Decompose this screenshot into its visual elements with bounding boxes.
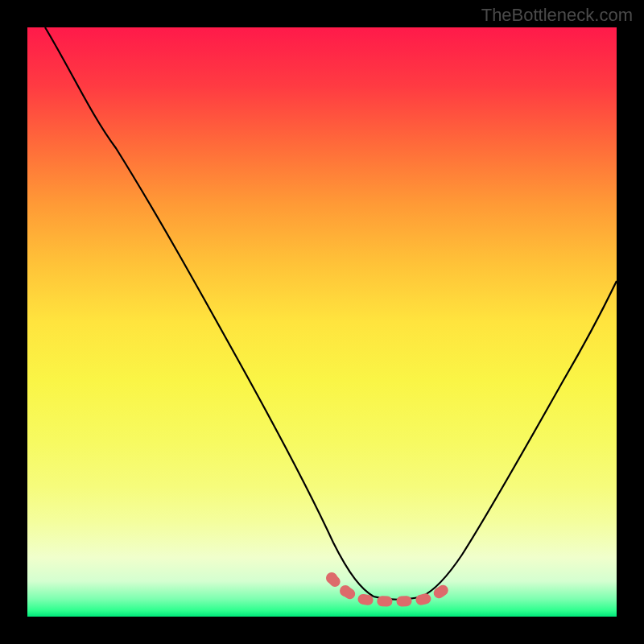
chart-svg	[27, 27, 617, 617]
curve-right-branch	[374, 281, 617, 600]
chart-plot-area	[27, 27, 617, 617]
curve-left-branch	[45, 27, 374, 597]
overlay-dot-start	[326, 572, 337, 584]
watermark-text: TheBottleneck.com	[481, 5, 633, 26]
overlay-dot-mid	[340, 585, 351, 597]
